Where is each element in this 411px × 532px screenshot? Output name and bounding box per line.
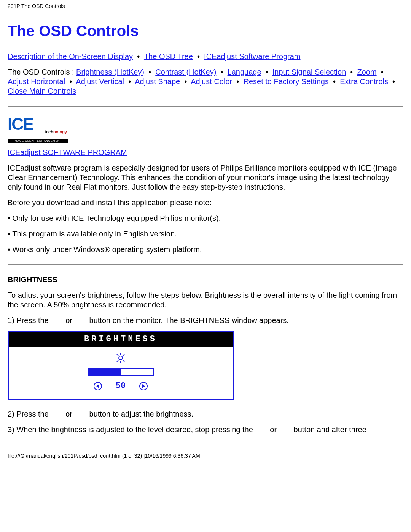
svg-line-8 [123, 354, 124, 356]
arrow-right-icon[interactable] [139, 382, 148, 390]
osd-brightness-panel: BRIGHTNESS [8, 331, 234, 400]
link-input-signal[interactable]: Input Signal Selection [272, 68, 346, 76]
link-adjust-color[interactable]: Adjust Color [191, 77, 232, 86]
nav-prefix: The OSD Controls : [8, 68, 76, 76]
ice-bullet-2: • This program is available only in Engl… [8, 229, 403, 239]
svg-line-6 [123, 360, 124, 362]
link-reset-factory[interactable]: Reset to Factory Settings [243, 77, 329, 86]
ice-logo-big: ICE [8, 115, 33, 133]
nav-links-row-1: Description of the On-Screen Display • T… [8, 52, 403, 61]
ice-logo-tech: technology [45, 129, 67, 135]
brightness-bar [88, 368, 154, 376]
link-iceadjust-software-program[interactable]: ICEadjust SOFTWARE PROGRAM [8, 148, 127, 157]
section-heading-brightness: BRIGHTNESS [8, 275, 403, 284]
link-close-main[interactable]: Close Main Controls [8, 87, 76, 95]
brightness-intro: To adjust your screen's brightness, foll… [8, 291, 403, 310]
link-brightness-hotkey[interactable]: Brightness (HotKey) [76, 68, 144, 76]
ice-before-note: Before you download and install this app… [8, 198, 403, 208]
link-adjust-vertical[interactable]: Adjust Vertical [76, 77, 124, 86]
link-description-osd[interactable]: Description of the On-Screen Display [8, 52, 133, 61]
link-adjust-shape[interactable]: Adjust Shape [135, 77, 180, 86]
page-footer: file:///G|/manual/english/201P/osd/osd_c… [8, 453, 403, 460]
link-language[interactable]: Language [228, 68, 261, 76]
svg-line-5 [117, 354, 118, 356]
osd-panel-title: BRIGHTNESS [9, 332, 233, 347]
brightness-bar-fill [88, 369, 121, 375]
svg-marker-12 [142, 384, 145, 388]
link-adjust-horizontal[interactable]: Adjust Horizontal [8, 77, 65, 86]
nav-links-row-2: The OSD Controls : Brightness (HotKey) •… [8, 67, 403, 96]
ice-bullet-1: • Only for use with ICE Technology equip… [8, 214, 403, 223]
svg-marker-10 [96, 384, 99, 388]
divider [8, 106, 403, 107]
page-mini-header: 201P The OSD Controls [8, 3, 403, 10]
link-zoom[interactable]: Zoom [357, 68, 376, 76]
link-contrast-hotkey[interactable]: Contrast (HotKey) [155, 68, 216, 76]
ice-paragraph: ICEadjust software program is especially… [8, 163, 403, 192]
ice-logo-bar: IMAGE CLEAR ENHANCEMENT [8, 139, 68, 143]
link-iceadjust-program[interactable]: ICEadjust Software Program [204, 52, 300, 61]
brightness-step-3: 3) When the brightness is adjusted to th… [8, 425, 403, 435]
svg-point-0 [119, 356, 123, 360]
ice-logo: ICE technology IMAGE CLEAR ENHANCEMENT [8, 117, 68, 143]
link-osd-tree[interactable]: The OSD Tree [144, 52, 193, 61]
sun-icon [9, 352, 233, 364]
brightness-step-2: 2) Press the or button to adjust the bri… [8, 409, 403, 419]
page-title: The OSD Controls [8, 21, 403, 40]
link-extra-controls[interactable]: Extra Controls [340, 77, 388, 86]
brightness-step-1: 1) Press the or button on the monitor. T… [8, 316, 403, 325]
ice-bullet-3: • Works only under Windows® operating sy… [8, 245, 403, 254]
svg-line-7 [117, 360, 118, 362]
arrow-left-icon[interactable] [94, 382, 102, 390]
osd-value: 50 [116, 381, 126, 391]
divider [8, 264, 403, 265]
